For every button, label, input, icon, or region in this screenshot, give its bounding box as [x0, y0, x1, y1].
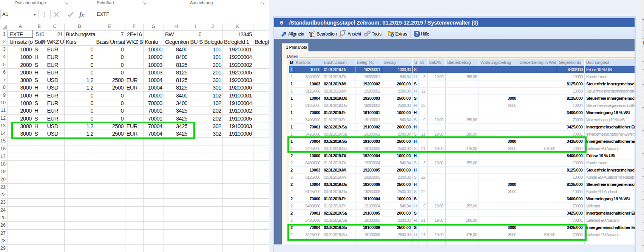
svg-text:?: ? — [415, 31, 419, 37]
